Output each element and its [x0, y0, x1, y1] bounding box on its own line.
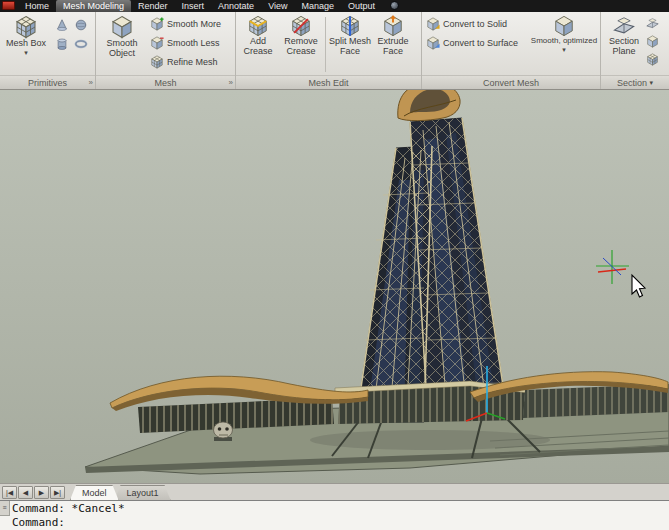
mesh-torus-icon: [74, 37, 88, 51]
ribbon-tab-output[interactable]: Output: [341, 0, 382, 12]
panel-section: Section Plane Section ▾: [601, 12, 669, 89]
panel-primitives: Mesh Box ▾ Primitives »: [0, 12, 96, 89]
ribbon-tab-render[interactable]: Render: [131, 0, 175, 12]
layout-nav-next-button[interactable]: ▶: [34, 486, 49, 499]
smooth-more-icon: [150, 17, 164, 31]
ribbon-tab-bar: Home Mesh Modeling Render Insert Annotat…: [0, 0, 669, 12]
add-jog-icon: [646, 35, 659, 48]
generate-section-button[interactable]: [646, 50, 659, 68]
mesh-sphere-button[interactable]: [72, 16, 90, 34]
panel-overflow-icon: »: [229, 78, 233, 87]
mesh-torus-button[interactable]: [72, 35, 90, 53]
dropdown-caret-icon: ▾: [562, 46, 566, 53]
command-line[interactable]: ≡ Command: *Cancel* Command:: [0, 500, 669, 530]
remove-crease-icon: [290, 15, 312, 37]
generate-section-icon: [646, 53, 659, 66]
mesh-box-label: Mesh Box: [6, 39, 46, 49]
mesh-box-button[interactable]: Mesh Box ▾: [1, 14, 51, 57]
live-section-button[interactable]: [646, 14, 659, 32]
smooth-object-icon: [110, 15, 134, 39]
panel-overflow-icon: »: [89, 78, 93, 87]
refine-mesh-button[interactable]: Refine Mesh: [147, 52, 224, 71]
app-menu-icon[interactable]: [2, 1, 15, 10]
ribbon: Mesh Box ▾ Primitives » Smooth Object: [0, 12, 669, 90]
mesh-cone-button[interactable]: [53, 16, 71, 34]
command-history-line: Command: *Cancel*: [12, 502, 669, 516]
ribbon-tab-home[interactable]: Home: [18, 0, 56, 12]
layout-nav-last-button[interactable]: ▶|: [50, 486, 65, 499]
ribbon-tab-insert[interactable]: Insert: [175, 0, 212, 12]
mesh-box-icon: [14, 15, 38, 39]
mesh-cylinder-icon: [55, 37, 69, 51]
convert-to-solid-icon: [426, 17, 440, 31]
smooth-object-label: Smooth Object: [97, 39, 147, 59]
smooth-optimized-label: Smooth, optimized: [531, 37, 597, 46]
section-plane-icon: [613, 15, 635, 37]
convert-to-surface-icon: [426, 36, 440, 50]
extrude-face-icon: [382, 15, 404, 37]
split-mesh-face-icon: [339, 15, 361, 37]
smooth-optimized-icon: [553, 15, 575, 37]
live-section-icon: [646, 17, 659, 30]
layout-nav-prev-button[interactable]: ◀: [18, 486, 33, 499]
mesh-sphere-icon: [74, 18, 88, 32]
layout-tab-model[interactable]: Model: [70, 485, 119, 500]
panel-caret-icon: ▾: [650, 79, 654, 86]
smooth-more-button[interactable]: Smooth More: [147, 14, 224, 33]
communication-center-icon[interactable]: [390, 1, 399, 10]
layout-tab-layout1[interactable]: Layout1: [115, 485, 171, 500]
command-prompt-line[interactable]: Command:: [12, 516, 669, 530]
add-crease-button[interactable]: Add Crease: [237, 14, 279, 58]
smooth-object-button[interactable]: Smooth Object: [97, 14, 147, 60]
mesh-cone-icon: [55, 18, 69, 32]
add-jog-button[interactable]: [646, 32, 659, 50]
split-mesh-face-button[interactable]: Split Mesh Face: [328, 14, 372, 58]
section-plane-button[interactable]: Section Plane: [602, 14, 646, 58]
layout-nav-first-button[interactable]: |◀: [2, 486, 17, 499]
ribbon-tab-view[interactable]: View: [261, 0, 294, 12]
panel-label-section[interactable]: Section ▾: [601, 75, 669, 89]
panel-label-primitives[interactable]: Primitives »: [0, 75, 95, 89]
ribbon-tab-mesh-modeling[interactable]: Mesh Modeling: [56, 0, 131, 12]
convert-to-solid-button[interactable]: Convert to Solid: [423, 14, 529, 33]
panel-convert-mesh: Convert to Solid Convert to Surface Smoo…: [422, 12, 601, 89]
add-crease-icon: [247, 15, 269, 37]
smooth-less-button[interactable]: Smooth Less: [147, 33, 224, 52]
remove-crease-button[interactable]: Remove Crease: [279, 14, 323, 58]
command-line-grip-icon[interactable]: ≡: [0, 501, 10, 516]
panel-mesh-edit: Add Crease Remove Crease Split Mesh Face…: [236, 12, 422, 89]
panel-label-mesh-edit[interactable]: Mesh Edit: [236, 75, 421, 89]
viewport-scene: [0, 90, 669, 483]
convert-to-surface-button[interactable]: Convert to Surface: [423, 33, 529, 52]
layout-tab-bar: |◀ ◀ ▶ ▶| Model Layout1: [0, 483, 669, 500]
viewport-canvas[interactable]: [0, 90, 669, 483]
panel-label-convert-mesh[interactable]: Convert Mesh: [422, 75, 600, 89]
refine-mesh-icon: [150, 55, 164, 69]
ribbon-tab-annotate[interactable]: Annotate: [211, 0, 261, 12]
smooth-optimized-dropdown[interactable]: Smooth, optimized ▾: [529, 14, 599, 54]
smooth-less-icon: [150, 36, 164, 50]
panel-mesh: Smooth Object Smooth More Smooth Less Re…: [96, 12, 236, 89]
panel-separator: [325, 17, 326, 72]
mesh-cylinder-button[interactable]: [53, 35, 71, 53]
dropdown-caret-icon: ▾: [24, 49, 28, 56]
panel-label-mesh[interactable]: Mesh »: [96, 75, 235, 89]
ribbon-tab-manage[interactable]: Manage: [294, 0, 341, 12]
extrude-face-button[interactable]: Extrude Face: [372, 14, 414, 58]
